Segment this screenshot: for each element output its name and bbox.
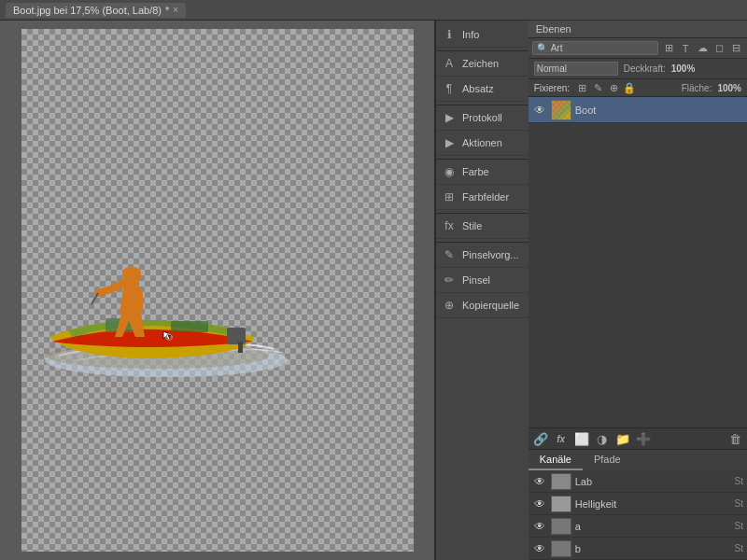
channel-item-a[interactable]: 👁 a St bbox=[529, 515, 747, 538]
channels-list: 👁 Lab St 👁 Helligkeit St 👁 a St 👁 b St bbox=[529, 470, 747, 560]
add-style-icon[interactable]: fx bbox=[553, 431, 570, 446]
lock-paint-icon[interactable]: ✎ bbox=[591, 81, 604, 94]
type-filter-icon[interactable]: T bbox=[678, 42, 693, 55]
canvas-container bbox=[21, 29, 414, 552]
panel-item-info[interactable]: ℹ Info bbox=[436, 22, 529, 48]
channels-tabs: Kanäle Pfade bbox=[529, 449, 747, 470]
panel-icon-absatz: ¶ bbox=[442, 81, 457, 96]
tab-label: Boot.jpg bei 17,5% (Boot, Lab/8) bbox=[13, 5, 162, 16]
panel-label-absatz: Absatz bbox=[462, 83, 494, 94]
tab-modified: * bbox=[165, 5, 169, 16]
panel-label-farbfelder: Farbfelder bbox=[462, 191, 509, 203]
add-layer-icon[interactable]: ➕ bbox=[635, 431, 652, 446]
panel-label-aktionen: Aktionen bbox=[462, 137, 502, 148]
blend-mode-select[interactable]: Normal Multiplizieren Abwedeln bbox=[534, 62, 618, 76]
layer-thumb-boot bbox=[551, 100, 571, 120]
layer-name-boot: Boot bbox=[575, 105, 743, 116]
lock-transparency-icon[interactable]: ⊞ bbox=[575, 81, 588, 94]
panel-item-kopierquelle[interactable]: ⊕ Kopierquelle bbox=[436, 293, 529, 318]
add-mask-icon[interactable]: ⬜ bbox=[573, 431, 590, 446]
lock-move-icon[interactable]: ⊕ bbox=[607, 81, 620, 94]
layers-title: Ebenen bbox=[536, 23, 571, 35]
channel-thumb-lab bbox=[551, 473, 571, 490]
lock-all-icon[interactable]: 🔒 bbox=[623, 81, 636, 94]
channel-name-a: a bbox=[575, 521, 731, 532]
channel-shortcut-a: St bbox=[735, 521, 743, 531]
smart-filter-icon[interactable]: ⊟ bbox=[728, 42, 743, 55]
channel-visibility-b[interactable]: 👁 bbox=[532, 541, 547, 556]
fill-label: Fläche: bbox=[682, 83, 712, 93]
channel-item-lab[interactable]: 👁 Lab St bbox=[529, 470, 747, 493]
panel-icon-farbfelder: ⊞ bbox=[442, 189, 457, 204]
channel-item-helligkeit[interactable]: 👁 Helligkeit St bbox=[529, 493, 747, 515]
opacity-label: Deckkraft: bbox=[624, 63, 666, 74]
blend-opacity-row: Normal Multiplizieren Abwedeln Deckkraft… bbox=[529, 59, 747, 79]
panel-label-pinsel: Pinsel bbox=[462, 274, 490, 286]
layers-actions: 🔗 fx ⬜ ◑ 📁 ➕ 🗑 bbox=[529, 427, 747, 449]
panel-icon-pinsel: ✏ bbox=[442, 273, 457, 287]
panel-icon-pinselvorg: ✎ bbox=[442, 247, 457, 262]
channel-thumb-b bbox=[551, 540, 571, 557]
panel-icon-kopierquelle: ⊕ bbox=[442, 298, 457, 313]
panel-item-aktionen[interactable]: ▶ Aktionen bbox=[436, 131, 529, 156]
channel-visibility-lab[interactable]: 👁 bbox=[532, 474, 547, 489]
shape-filter-icon[interactable]: ◻ bbox=[712, 42, 726, 55]
pixel-filter-icon[interactable]: ⊞ bbox=[661, 42, 676, 55]
document-tab[interactable]: Boot.jpg bei 17,5% (Boot, Lab/8) * × bbox=[6, 3, 186, 18]
panel-item-pinselvorg[interactable]: ✎ Pinselvorg... bbox=[436, 243, 529, 268]
layer-visibility-boot[interactable]: 👁 bbox=[532, 103, 547, 118]
layer-search-input[interactable] bbox=[551, 43, 654, 53]
tab-close-button[interactable]: × bbox=[173, 5, 178, 15]
panel-item-absatz[interactable]: ¶ Absatz bbox=[436, 77, 529, 102]
channel-name-b: b bbox=[575, 543, 731, 554]
layers-header: Ebenen bbox=[529, 21, 747, 38]
boat-image bbox=[21, 174, 311, 388]
layer-item-boot[interactable]: 👁 Boot bbox=[529, 97, 747, 123]
lock-label: Fixieren: bbox=[534, 83, 570, 93]
search-icon: 🔍 bbox=[537, 43, 548, 53]
panel-icon-farbe: ◉ bbox=[442, 164, 457, 179]
panel-label-protokoll: Protokoll bbox=[462, 112, 502, 123]
channel-visibility-helligkeit[interactable]: 👁 bbox=[532, 497, 547, 511]
panel-item-stile[interactable]: fx Stile bbox=[436, 214, 529, 239]
tab-paths[interactable]: Pfade bbox=[583, 450, 632, 470]
svg-rect-3 bbox=[171, 321, 208, 332]
channel-name-lab: Lab bbox=[575, 476, 731, 487]
layer-search-box[interactable]: 🔍 bbox=[532, 41, 658, 55]
delete-layer-icon[interactable]: 🗑 bbox=[726, 431, 743, 446]
panel-item-pinsel[interactable]: ✏ Pinsel bbox=[436, 268, 529, 293]
tab-channels[interactable]: Kanäle bbox=[529, 450, 583, 470]
adjustment-filter-icon[interactable]: ☁ bbox=[695, 42, 710, 55]
main-content: ℹ Info A Zeichen ¶ Absatz ▶ Protokoll ▶ … bbox=[0, 21, 747, 560]
panel-icon-aktionen: ▶ bbox=[442, 135, 457, 150]
layer-list: 👁 Boot bbox=[529, 97, 747, 427]
panel-item-zeichen[interactable]: A Zeichen bbox=[436, 51, 529, 77]
add-group-icon[interactable]: 📁 bbox=[614, 431, 631, 446]
channel-item-b[interactable]: 👁 b St bbox=[529, 538, 747, 560]
panel-item-farbfelder[interactable]: ⊞ Farbfelder bbox=[436, 185, 529, 210]
channel-thumb-a bbox=[551, 518, 571, 535]
channel-shortcut-b: St bbox=[735, 543, 743, 553]
panel-label-zeichen: Zeichen bbox=[462, 58, 499, 69]
layers-toolbar: 🔍 ⊞ T ☁ ◻ ⊟ bbox=[529, 38, 747, 59]
right-panel: ℹ Info A Zeichen ¶ Absatz ▶ Protokoll ▶ … bbox=[434, 21, 747, 560]
link-layers-icon[interactable]: 🔗 bbox=[532, 431, 549, 446]
channel-thumb-helligkeit bbox=[551, 496, 571, 512]
svg-rect-5 bbox=[238, 342, 243, 353]
panel-icon-protokoll: ▶ bbox=[442, 110, 457, 125]
panel-icon-zeichen: A bbox=[442, 56, 457, 71]
panel-item-farbe[interactable]: ◉ Farbe bbox=[436, 160, 529, 185]
panel-icon-stile: fx bbox=[442, 218, 457, 233]
channel-shortcut-helligkeit: St bbox=[735, 498, 743, 509]
lock-icons: ⊞ ✎ ⊕ 🔒 bbox=[575, 81, 636, 94]
canvas-area[interactable] bbox=[0, 21, 434, 560]
add-adjustment-icon[interactable]: ◑ bbox=[594, 431, 611, 446]
channel-shortcut-lab: St bbox=[735, 476, 743, 486]
panel-label-farbe: Farbe bbox=[462, 166, 489, 177]
panel-label-kopierquelle: Kopierquelle bbox=[462, 300, 519, 311]
fill-value: 100% bbox=[717, 83, 741, 93]
channel-visibility-a[interactable]: 👁 bbox=[532, 519, 547, 534]
channel-name-helligkeit: Helligkeit bbox=[575, 498, 731, 510]
panel-item-protokoll[interactable]: ▶ Protokoll bbox=[436, 105, 529, 131]
panel-label-stile: Stile bbox=[462, 220, 482, 231]
